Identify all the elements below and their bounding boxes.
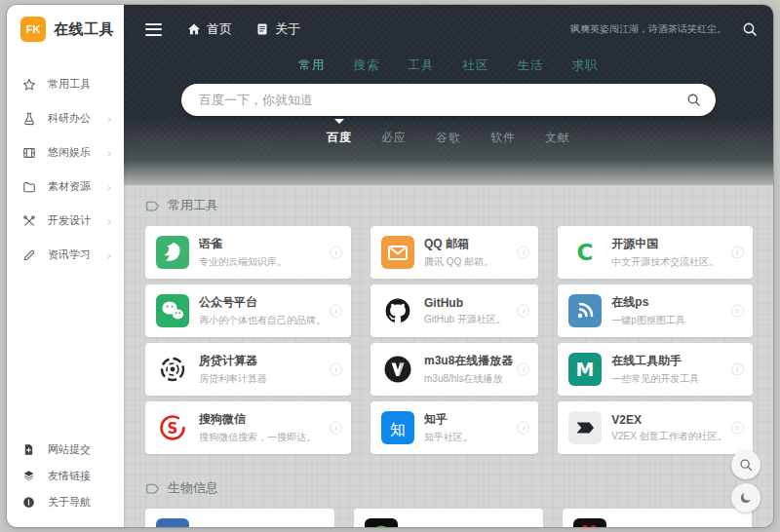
category-tab-0[interactable]: 常用 xyxy=(299,57,326,74)
sidebar-item-star[interactable]: 常用工具 xyxy=(7,67,124,101)
mletter-icon: M xyxy=(568,353,602,386)
flask-icon xyxy=(22,112,39,126)
category-tab-1[interactable]: 搜索 xyxy=(354,57,380,74)
card-info-icon[interactable]: i xyxy=(517,305,529,318)
search-input[interactable] xyxy=(199,93,686,107)
engine-tab-1[interactable]: 必应 xyxy=(381,130,407,146)
tool-description: 搜狗微信搜索，一搜即达。 xyxy=(199,431,316,444)
search-submit-icon[interactable] xyxy=(686,93,701,107)
tool-name: GitHub xyxy=(424,296,506,310)
sidebar-footer-info[interactable]: 关于导航 xyxy=(7,489,124,515)
tool-card[interactable]: m3u8在线播放器 m3u8/hls在线播放 i xyxy=(370,343,538,396)
tool-description: GitHub 开源社区。 xyxy=(424,313,506,326)
sidebar-footer-label: 关于导航 xyxy=(48,495,91,510)
sidebar-footer-layers[interactable]: 友情链接 xyxy=(7,463,124,489)
sidebar-item-pencil[interactable]: 资讯学习 › xyxy=(7,238,124,272)
fileplus-icon xyxy=(22,443,39,456)
sidebar-item-flask[interactable]: 科研办公 › xyxy=(7,101,124,135)
sidebar-item-tools[interactable]: 开发设计 › xyxy=(7,204,124,238)
folder-icon xyxy=(22,180,39,194)
book-icon xyxy=(255,22,269,36)
tag-icon xyxy=(145,481,160,496)
section-title: 常用工具 xyxy=(168,197,218,214)
tool-card[interactable]: CPAN i xyxy=(563,509,752,527)
sidebar-item-label: 开发设计 xyxy=(48,213,91,228)
chevron-right-icon: › xyxy=(107,249,111,261)
sidebar-item-film[interactable]: 悠闲娱乐 › xyxy=(7,135,124,170)
card-info-icon[interactable]: i xyxy=(330,363,342,376)
tool-description: 再小的个体也有自己的品牌。 xyxy=(199,314,326,327)
content-area: 常用工具 语雀 专业的云端知识库。 i QQ 邮箱 腾讯 QQ 邮箱。 iC 开… xyxy=(124,185,773,527)
pencil-icon xyxy=(22,248,39,262)
film-icon xyxy=(22,146,39,160)
hamburger-menu-icon[interactable] xyxy=(143,19,164,40)
moon-icon xyxy=(739,491,753,505)
category-tab-3[interactable]: 社区 xyxy=(463,57,489,74)
tool-description: 一键p图抠图工具 xyxy=(611,314,685,327)
navbar-search-icon[interactable] xyxy=(742,21,758,37)
tool-card[interactable]: 语雀 专业的云端知识库。 i xyxy=(145,226,351,279)
search-engine-tabs: 百度必应谷歌软件文献 xyxy=(124,130,773,146)
tool-description: m3u8/hls在线播放 xyxy=(424,372,513,386)
sidebar-footer-fileplus[interactable]: 网站提交 xyxy=(7,437,124,463)
bioconda-icon xyxy=(365,518,398,527)
star-icon xyxy=(22,78,39,92)
category-tab-5[interactable]: 求职 xyxy=(572,57,599,74)
nav-about[interactable]: 关于 xyxy=(255,20,300,38)
nav-home-label: 首页 xyxy=(207,20,232,38)
sidebar-item-label: 常用工具 xyxy=(48,77,91,92)
tool-card[interactable]: M 在线工具助手 一些常见的开发工具 i xyxy=(558,343,752,396)
card-info-icon[interactable]: i xyxy=(330,305,342,318)
tool-card[interactable]: 在线ps 一键p图抠图工具 i xyxy=(558,285,752,337)
tool-card[interactable]: V2EX V2EX 创意工作者的社区。 i xyxy=(558,401,752,454)
svg-text:C: C xyxy=(577,240,594,265)
sidebar-item-label: 资讯学习 xyxy=(48,247,91,262)
dark-mode-toggle-button[interactable] xyxy=(731,483,760,513)
tool-card[interactable]: S 搜狗微信 搜狗微信搜索，一搜即达。 i xyxy=(145,401,351,454)
card-info-icon[interactable]: i xyxy=(517,422,529,435)
engine-tab-4[interactable]: 文献 xyxy=(545,130,570,146)
tool-card[interactable]: Bioconda i xyxy=(354,509,543,527)
main-area: 首页 关于 飒爽英姿闯江湖，诗酒茶话笑红尘。 常用搜索工具社区生活求职 xyxy=(124,5,773,527)
oschina-icon: C xyxy=(568,236,602,269)
card-info-icon[interactable]: i xyxy=(517,363,529,376)
floating-search-button[interactable] xyxy=(731,450,760,479)
top-navbar: 首页 关于 飒爽英姿闯江湖，诗酒茶话笑红尘。 xyxy=(124,5,773,54)
engine-tab-3[interactable]: 软件 xyxy=(490,130,516,146)
tool-card[interactable]: 房贷计算器 房贷利率计算器 i xyxy=(145,343,351,396)
chevron-right-icon: › xyxy=(107,181,111,193)
tool-card[interactable]: C 开源中国 中文开源技术交流社区。 i xyxy=(558,226,752,279)
card-info-icon[interactable]: i xyxy=(731,422,744,435)
brand[interactable]: FK 在线工具 xyxy=(7,5,124,54)
tool-card[interactable]: GitHub GitHub 开源社区。 i xyxy=(370,285,538,337)
yuque-icon xyxy=(156,236,189,269)
tool-name: 语雀 xyxy=(199,236,287,252)
tool-card[interactable]: 知 知乎 知乎社区。 i xyxy=(370,401,538,454)
card-grid: NCBI i Bioconda i CPAN i xyxy=(145,509,752,527)
tool-card[interactable]: NCBI i xyxy=(145,509,334,527)
sidebar-item-folder[interactable]: 素材资源 › xyxy=(7,170,124,204)
ps-icon xyxy=(568,294,602,327)
card-info-icon[interactable]: i xyxy=(330,247,342,259)
card-info-icon[interactable]: i xyxy=(517,247,529,259)
nav-home[interactable]: 首页 xyxy=(187,20,232,38)
engine-tab-0[interactable]: 百度 xyxy=(327,130,352,146)
cpan-icon xyxy=(573,518,606,527)
category-tab-4[interactable]: 生活 xyxy=(518,57,544,74)
category-tab-2[interactable]: 工具 xyxy=(409,57,435,74)
sogou-icon: S xyxy=(156,411,189,444)
engine-tab-2[interactable]: 谷歌 xyxy=(436,130,461,146)
card-info-icon[interactable]: i xyxy=(731,247,744,259)
section-header: 常用工具 xyxy=(145,197,752,214)
tool-description: 房贷利率计算器 xyxy=(199,372,267,386)
card-info-icon[interactable]: i xyxy=(731,305,744,318)
card-grid: 语雀 专业的云端知识库。 i QQ 邮箱 腾讯 QQ 邮箱。 iC 开源中国 中… xyxy=(145,226,752,454)
card-info-icon[interactable]: i xyxy=(731,363,744,376)
site-title: 在线工具 xyxy=(54,20,114,39)
card-info-icon[interactable]: i xyxy=(330,422,342,435)
tool-card[interactable]: QQ 邮箱 腾讯 QQ 邮箱。 i xyxy=(370,226,538,279)
tool-card[interactable]: 公众号平台 再小的个体也有自己的品牌。 i xyxy=(145,285,351,337)
hitokoto-quote: 飒爽英姿闯江湖，诗酒茶话笑红尘。 xyxy=(570,22,726,36)
tool-name: 房贷计算器 xyxy=(199,353,267,369)
tool-description: 知乎社区。 xyxy=(424,431,473,444)
